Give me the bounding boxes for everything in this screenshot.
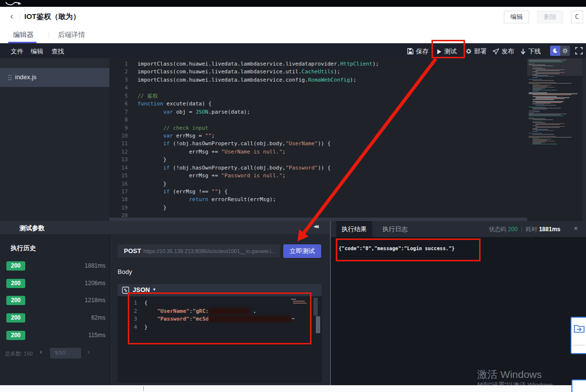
code-line: 17 if (errMsg !== "") { xyxy=(109,188,527,196)
editor-minimap[interactable] xyxy=(527,58,586,221)
duration-label: 115ms xyxy=(88,332,105,339)
content-type-caret: ▾ xyxy=(153,287,155,292)
status-badge: 200 xyxy=(6,331,25,340)
status-code-value: 200 xyxy=(508,226,517,233)
code-line: 18 return errorResult(errMsg); xyxy=(109,196,527,204)
code-line: 6function excute(data) { xyxy=(109,100,527,108)
request-url-input[interactable]: POST https://10.35.139.213:8086/io/sctes… xyxy=(118,244,280,257)
test-now-button[interactable]: 立即测试 xyxy=(283,244,321,258)
code-line: 8 xyxy=(109,116,527,124)
tab-divider xyxy=(49,32,49,39)
request-url: https://10.35.139.213:8086/io/sctest1001… xyxy=(143,248,277,254)
json-scrollbar-a[interactable] xyxy=(313,298,318,316)
page-title: IOT鉴权（敢为） xyxy=(24,12,80,21)
file-item-indexjs[interactable]: index.js xyxy=(0,68,109,87)
delete-button[interactable]: 删除 xyxy=(537,11,563,23)
status-code-label: 状态码 xyxy=(489,226,506,233)
code-line: 19 } xyxy=(109,204,527,212)
tab-backend-detail[interactable]: 后端详情 xyxy=(58,31,85,39)
next-page-icon[interactable]: › xyxy=(87,348,90,356)
code-editor[interactable]: 1importClass(com.huawei.livedata.lambdas… xyxy=(109,58,527,221)
time-value: 1881ms xyxy=(539,226,560,233)
theme-toggle[interactable] xyxy=(550,46,570,56)
code-line: 5// 鉴权 xyxy=(109,92,527,100)
code-line: 14 if (!obj.hasOwnProperty.call(obj.body… xyxy=(109,164,527,172)
code-line: 2importClass(com.huawei.livedata.lambdas… xyxy=(109,68,527,76)
gear-icon xyxy=(465,48,472,54)
sidebar-top xyxy=(0,58,109,68)
collapse-icon[interactable]: ◀◀ xyxy=(313,224,317,229)
deploy-button[interactable]: 部署 xyxy=(465,47,487,56)
app-logo xyxy=(4,0,23,7)
file-sidebar: index.js xyxy=(0,58,109,221)
tab-strip: 编辑器 后端详情 xyxy=(0,27,586,43)
drag-handle-icon xyxy=(8,74,12,81)
folder-arrow-icon xyxy=(574,324,585,333)
pagination: 总条数: 150 ‹ 1/50▾ › xyxy=(0,348,109,359)
annotation-box-test xyxy=(431,40,465,58)
duration-label: 1881ms xyxy=(85,262,105,269)
body-label: Body xyxy=(118,268,132,275)
json-scrollbar-b[interactable] xyxy=(316,316,320,333)
status-badge: 200 xyxy=(6,313,25,323)
header-divider xyxy=(19,13,20,20)
history-row[interactable]: 2001206ms xyxy=(0,279,109,296)
code-line: 4 xyxy=(109,84,527,92)
page-select-caret: ▾ xyxy=(55,350,77,355)
code-line: 16 } xyxy=(109,180,527,188)
windows-watermark-line1: 激活 Windows xyxy=(477,368,542,381)
status-badge: 200 xyxy=(6,279,25,288)
app-topbar xyxy=(0,0,586,7)
code-line: 11 if (!obj.hasOwnProperty.call(obj.body… xyxy=(109,140,527,148)
code-line: 12 errMsg += "UserName is null."; xyxy=(109,148,527,156)
publish-button[interactable]: 发布 xyxy=(493,47,514,56)
editor-toolbar: 文件 编辑 查找 保存 测试 部署 发布 下线 xyxy=(0,43,586,58)
panel-divider-left xyxy=(109,234,110,385)
history-title: 执行历史 xyxy=(11,244,36,253)
light-theme-icon[interactable] xyxy=(560,46,570,56)
code-line: 3importClass(com.huawei.livedata.lambdas… xyxy=(109,76,527,84)
refresh-button[interactable]: C xyxy=(571,11,583,23)
offline-button[interactable]: 下线 xyxy=(520,47,541,56)
corner-flyout[interactable] xyxy=(571,379,586,392)
status-badge: 200 xyxy=(6,261,25,271)
close-icon[interactable]: × xyxy=(574,224,578,232)
history-list: 2001881ms2001206ms2001218ms20062ms200115… xyxy=(0,261,109,348)
send-icon xyxy=(493,49,499,54)
minimap-viewport xyxy=(527,58,586,76)
save-button[interactable]: 保存 xyxy=(407,47,429,56)
folder-flyout[interactable] xyxy=(570,317,586,354)
menu-find[interactable]: 查找 xyxy=(52,47,64,56)
tab-exec-log[interactable]: 执行日志 xyxy=(377,221,413,237)
flyout-divider xyxy=(572,345,585,345)
code-line: 10 var errMsg = ""; xyxy=(109,132,527,140)
annotation-box-json xyxy=(128,292,311,344)
test-params-header: 测试参数 ◀◀ xyxy=(0,221,330,234)
tab-editor[interactable]: 编辑器 xyxy=(13,31,34,39)
edit-button[interactable]: 编辑 xyxy=(504,11,529,23)
editor-hscrollbar[interactable] xyxy=(109,218,527,221)
page-select[interactable]: 1/50▾ xyxy=(50,348,81,358)
prev-page-icon[interactable]: ‹ xyxy=(40,348,42,356)
editor-vscrollbar[interactable] xyxy=(583,58,586,221)
menu-file[interactable]: 文件 xyxy=(11,47,23,56)
dark-theme-icon[interactable] xyxy=(550,46,560,56)
history-row[interactable]: 2001881ms xyxy=(0,261,109,279)
duration-label: 1206ms xyxy=(85,280,105,287)
time-label: 耗时 xyxy=(526,226,537,233)
total-count-label: 总条数: 150 xyxy=(5,350,33,358)
save-icon xyxy=(407,48,414,54)
status-badge: 200 xyxy=(6,296,25,305)
tab-exec-result[interactable]: 执行结果 xyxy=(336,221,372,237)
history-row[interactable]: 200115ms xyxy=(0,331,109,348)
code-line: 7 var obj = JSON.parse(data); xyxy=(109,108,527,116)
fullscreen-icon[interactable] xyxy=(575,47,583,54)
back-icon[interactable]: ‹ xyxy=(10,11,13,21)
history-row[interactable]: 2001218ms xyxy=(0,296,109,313)
history-row[interactable]: 20062ms xyxy=(0,313,109,331)
menu-edit[interactable]: 编辑 xyxy=(31,47,43,56)
editor-main: index.js 1importClass(com.huawei.livedat… xyxy=(0,58,586,221)
code-line: 9 // check input xyxy=(109,124,527,132)
code-line: 1importClass(com.huawei.livedata.lambdas… xyxy=(109,60,527,68)
annotation-box-result xyxy=(336,239,481,261)
